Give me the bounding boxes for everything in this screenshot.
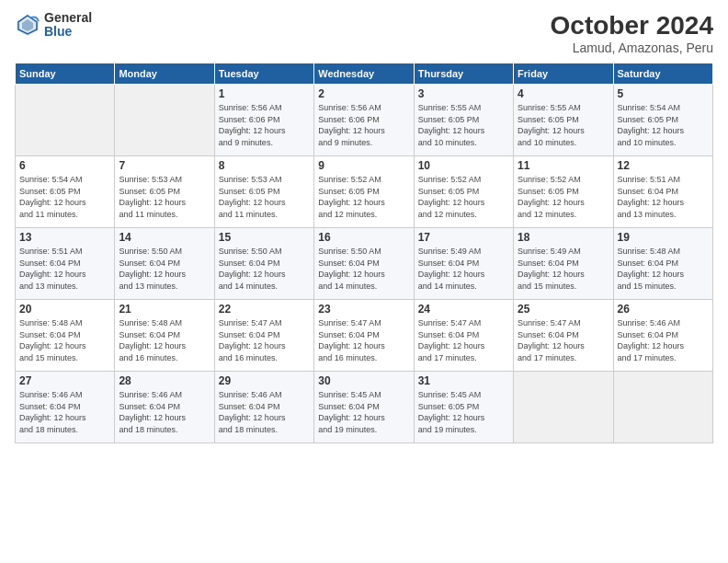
day-number: 16 <box>318 231 409 244</box>
day-number: 21 <box>119 303 210 316</box>
day-number: 20 <box>19 303 110 316</box>
logo-text: General Blue <box>44 11 92 40</box>
day-number: 15 <box>219 231 310 244</box>
cell-w3-d3: 16Sunrise: 5:50 AM Sunset: 6:04 PM Dayli… <box>314 228 414 300</box>
day-number: 5 <box>618 87 709 100</box>
page: General Blue October 2024 Lamud, Amazona… <box>0 0 728 563</box>
cell-w4-d6: 26Sunrise: 5:46 AM Sunset: 6:04 PM Dayli… <box>613 300 712 372</box>
day-info: Sunrise: 5:46 AM Sunset: 6:04 PM Dayligh… <box>19 389 110 435</box>
day-number: 17 <box>418 231 509 244</box>
day-number: 13 <box>19 231 110 244</box>
cell-w4-d1: 21Sunrise: 5:48 AM Sunset: 6:04 PM Dayli… <box>115 300 214 372</box>
day-number: 23 <box>318 303 409 316</box>
logo: General Blue <box>15 11 92 40</box>
day-info: Sunrise: 5:51 AM Sunset: 6:04 PM Dayligh… <box>19 246 110 292</box>
week-row-5: 27Sunrise: 5:46 AM Sunset: 6:04 PM Dayli… <box>16 372 713 443</box>
day-number: 9 <box>318 159 409 172</box>
cell-w2-d4: 10Sunrise: 5:52 AM Sunset: 6:05 PM Dayli… <box>414 156 513 228</box>
day-info: Sunrise: 5:48 AM Sunset: 6:04 PM Dayligh… <box>618 246 709 292</box>
cell-w3-d1: 14Sunrise: 5:50 AM Sunset: 6:04 PM Dayli… <box>115 228 214 300</box>
day-info: Sunrise: 5:52 AM Sunset: 6:05 PM Dayligh… <box>318 174 409 220</box>
col-sunday: Sunday <box>16 63 115 85</box>
day-number: 8 <box>219 159 310 172</box>
day-info: Sunrise: 5:47 AM Sunset: 6:04 PM Dayligh… <box>318 317 409 363</box>
cell-w1-d0 <box>16 85 115 156</box>
day-info: Sunrise: 5:49 AM Sunset: 6:04 PM Dayligh… <box>418 246 509 292</box>
cell-w1-d3: 2Sunrise: 5:56 AM Sunset: 6:06 PM Daylig… <box>314 85 414 156</box>
cell-w4-d0: 20Sunrise: 5:48 AM Sunset: 6:04 PM Dayli… <box>16 300 115 372</box>
cell-w2-d2: 8Sunrise: 5:53 AM Sunset: 6:05 PM Daylig… <box>214 156 313 228</box>
day-number: 10 <box>418 159 509 172</box>
col-saturday: Saturday <box>613 63 712 85</box>
day-info: Sunrise: 5:46 AM Sunset: 6:04 PM Dayligh… <box>618 317 709 363</box>
day-number: 3 <box>418 87 509 100</box>
cell-w2-d3: 9Sunrise: 5:52 AM Sunset: 6:05 PM Daylig… <box>314 156 414 228</box>
logo-icon <box>15 12 40 38</box>
day-info: Sunrise: 5:56 AM Sunset: 6:06 PM Dayligh… <box>219 102 310 148</box>
day-info: Sunrise: 5:50 AM Sunset: 6:04 PM Dayligh… <box>119 246 210 292</box>
title-block: October 2024 Lamud, Amazonas, Peru <box>551 11 713 55</box>
day-info: Sunrise: 5:45 AM Sunset: 6:05 PM Dayligh… <box>418 389 509 435</box>
cell-w4-d3: 23Sunrise: 5:47 AM Sunset: 6:04 PM Dayli… <box>314 300 414 372</box>
cell-w3-d6: 19Sunrise: 5:48 AM Sunset: 6:04 PM Dayli… <box>613 228 712 300</box>
day-number: 26 <box>618 303 709 316</box>
cell-w1-d4: 3Sunrise: 5:55 AM Sunset: 6:05 PM Daylig… <box>414 85 513 156</box>
day-info: Sunrise: 5:54 AM Sunset: 6:05 PM Dayligh… <box>19 174 110 220</box>
day-number: 18 <box>518 231 609 244</box>
day-number: 1 <box>219 87 310 100</box>
cell-w3-d4: 17Sunrise: 5:49 AM Sunset: 6:04 PM Dayli… <box>414 228 513 300</box>
col-thursday: Thursday <box>414 63 513 85</box>
day-info: Sunrise: 5:47 AM Sunset: 6:04 PM Dayligh… <box>219 317 310 363</box>
day-number: 14 <box>119 231 210 244</box>
day-info: Sunrise: 5:50 AM Sunset: 6:04 PM Dayligh… <box>219 246 310 292</box>
calendar-table: Sunday Monday Tuesday Wednesday Thursday… <box>15 63 713 443</box>
col-monday: Monday <box>115 63 214 85</box>
header-row: Sunday Monday Tuesday Wednesday Thursday… <box>16 63 713 85</box>
week-row-3: 13Sunrise: 5:51 AM Sunset: 6:04 PM Dayli… <box>16 228 713 300</box>
day-info: Sunrise: 5:46 AM Sunset: 6:04 PM Dayligh… <box>219 389 310 435</box>
page-subtitle: Lamud, Amazonas, Peru <box>551 40 713 55</box>
day-info: Sunrise: 5:53 AM Sunset: 6:05 PM Dayligh… <box>119 174 210 220</box>
cell-w1-d1 <box>115 85 214 156</box>
day-info: Sunrise: 5:55 AM Sunset: 6:05 PM Dayligh… <box>518 102 609 148</box>
day-number: 27 <box>19 374 110 387</box>
week-row-2: 6Sunrise: 5:54 AM Sunset: 6:05 PM Daylig… <box>16 156 713 228</box>
cell-w5-d6 <box>613 372 712 443</box>
day-info: Sunrise: 5:54 AM Sunset: 6:05 PM Dayligh… <box>618 102 709 148</box>
day-number: 19 <box>618 231 709 244</box>
day-number: 7 <box>119 159 210 172</box>
day-number: 29 <box>219 374 310 387</box>
day-number: 28 <box>119 374 210 387</box>
col-tuesday: Tuesday <box>214 63 313 85</box>
day-number: 22 <box>219 303 310 316</box>
cell-w2-d1: 7Sunrise: 5:53 AM Sunset: 6:05 PM Daylig… <box>115 156 214 228</box>
cell-w1-d6: 5Sunrise: 5:54 AM Sunset: 6:05 PM Daylig… <box>613 85 712 156</box>
cell-w5-d2: 29Sunrise: 5:46 AM Sunset: 6:04 PM Dayli… <box>214 372 313 443</box>
day-number: 25 <box>518 303 609 316</box>
cell-w5-d3: 30Sunrise: 5:45 AM Sunset: 6:04 PM Dayli… <box>314 372 414 443</box>
calendar-header: Sunday Monday Tuesday Wednesday Thursday… <box>16 63 713 85</box>
cell-w4-d4: 24Sunrise: 5:47 AM Sunset: 6:04 PM Dayli… <box>414 300 513 372</box>
day-number: 4 <box>518 87 609 100</box>
day-info: Sunrise: 5:48 AM Sunset: 6:04 PM Dayligh… <box>119 317 210 363</box>
logo-blue-text: Blue <box>44 25 92 39</box>
cell-w4-d5: 25Sunrise: 5:47 AM Sunset: 6:04 PM Dayli… <box>514 300 613 372</box>
cell-w1-d2: 1Sunrise: 5:56 AM Sunset: 6:06 PM Daylig… <box>214 85 313 156</box>
logo-general-text: General <box>44 11 92 25</box>
week-row-1: 1Sunrise: 5:56 AM Sunset: 6:06 PM Daylig… <box>16 85 713 156</box>
day-info: Sunrise: 5:47 AM Sunset: 6:04 PM Dayligh… <box>518 317 609 363</box>
day-info: Sunrise: 5:52 AM Sunset: 6:05 PM Dayligh… <box>518 174 609 220</box>
cell-w3-d2: 15Sunrise: 5:50 AM Sunset: 6:04 PM Dayli… <box>214 228 313 300</box>
cell-w2-d6: 12Sunrise: 5:51 AM Sunset: 6:04 PM Dayli… <box>613 156 712 228</box>
calendar-body: 1Sunrise: 5:56 AM Sunset: 6:06 PM Daylig… <box>16 85 713 443</box>
day-info: Sunrise: 5:48 AM Sunset: 6:04 PM Dayligh… <box>19 317 110 363</box>
cell-w4-d2: 22Sunrise: 5:47 AM Sunset: 6:04 PM Dayli… <box>214 300 313 372</box>
day-info: Sunrise: 5:50 AM Sunset: 6:04 PM Dayligh… <box>318 246 409 292</box>
day-number: 24 <box>418 303 509 316</box>
day-number: 11 <box>518 159 609 172</box>
day-info: Sunrise: 5:52 AM Sunset: 6:05 PM Dayligh… <box>418 174 509 220</box>
cell-w5-d4: 31Sunrise: 5:45 AM Sunset: 6:05 PM Dayli… <box>414 372 513 443</box>
day-info: Sunrise: 5:49 AM Sunset: 6:04 PM Dayligh… <box>518 246 609 292</box>
day-number: 31 <box>418 374 509 387</box>
day-info: Sunrise: 5:55 AM Sunset: 6:05 PM Dayligh… <box>418 102 509 148</box>
